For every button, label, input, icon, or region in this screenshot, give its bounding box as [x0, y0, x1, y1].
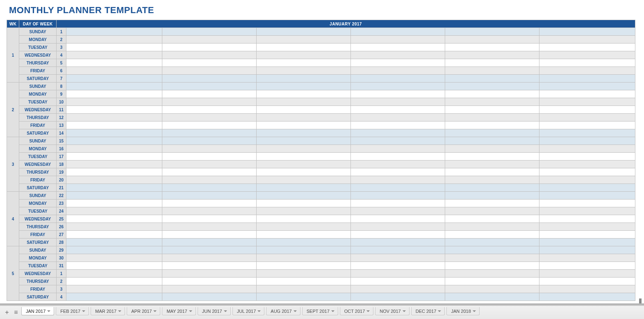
sheet-tab[interactable]: AUG 2017 — [266, 307, 300, 315]
planner-cell[interactable] — [539, 176, 635, 184]
planner-cell[interactable] — [445, 168, 539, 176]
planner-cell[interactable] — [66, 246, 162, 254]
planner-cell[interactable] — [66, 285, 162, 293]
planner-cell[interactable] — [539, 59, 635, 67]
planner-cell[interactable] — [66, 293, 162, 301]
chevron-down-icon[interactable] — [153, 310, 157, 312]
planner-cell[interactable] — [257, 200, 351, 207]
planner-cell[interactable] — [351, 184, 445, 192]
planner-cell[interactable] — [445, 129, 539, 137]
planner-cell[interactable] — [539, 239, 635, 246]
planner-cell[interactable] — [162, 192, 257, 200]
planner-cell[interactable] — [351, 200, 445, 207]
planner-cell[interactable] — [66, 270, 162, 278]
planner-cell[interactable] — [162, 215, 257, 223]
planner-cell[interactable] — [66, 44, 162, 51]
planner-cell[interactable] — [539, 114, 635, 122]
planner-cell[interactable] — [162, 83, 257, 90]
planner-cell[interactable] — [445, 285, 539, 293]
planner-cell[interactable] — [257, 231, 351, 239]
planner-cell[interactable] — [539, 246, 635, 254]
planner-cell[interactable] — [539, 129, 635, 137]
planner-cell[interactable] — [257, 67, 351, 75]
planner-cell[interactable] — [445, 293, 539, 301]
planner-cell[interactable] — [445, 83, 539, 90]
planner-cell[interactable] — [445, 239, 539, 246]
planner-cell[interactable] — [257, 278, 351, 285]
planner-cell[interactable] — [162, 278, 257, 285]
planner-cell[interactable] — [351, 239, 445, 246]
planner-cell[interactable] — [351, 168, 445, 176]
planner-cell[interactable] — [445, 223, 539, 231]
planner-cell[interactable] — [162, 51, 257, 59]
planner-cell[interactable] — [445, 28, 539, 36]
planner-cell[interactable] — [351, 90, 445, 98]
planner-cell[interactable] — [66, 75, 162, 83]
planner-cell[interactable] — [162, 98, 257, 106]
planner-cell[interactable] — [162, 223, 257, 231]
planner-cell[interactable] — [539, 293, 635, 301]
chevron-down-icon[interactable] — [47, 310, 50, 312]
planner-cell[interactable] — [162, 114, 257, 122]
planner-cell[interactable] — [445, 90, 539, 98]
planner-cell[interactable] — [539, 278, 635, 285]
planner-cell[interactable] — [351, 176, 445, 184]
chevron-down-icon[interactable] — [331, 310, 335, 312]
planner-cell[interactable] — [539, 262, 635, 270]
planner-cell[interactable] — [351, 106, 445, 114]
sheet-tab[interactable]: JAN 2018 — [446, 307, 479, 315]
planner-cell[interactable] — [66, 215, 162, 223]
planner-cell[interactable] — [351, 44, 445, 51]
planner-cell[interactable] — [351, 285, 445, 293]
planner-cell[interactable] — [162, 168, 257, 176]
chevron-down-icon[interactable] — [189, 310, 192, 312]
planner-cell[interactable] — [351, 254, 445, 262]
planner-cell[interactable] — [445, 106, 539, 114]
planner-cell[interactable] — [445, 207, 539, 215]
chevron-down-icon[interactable] — [257, 310, 261, 312]
planner-cell[interactable] — [351, 223, 445, 231]
chevron-down-icon[interactable] — [82, 310, 85, 312]
planner-cell[interactable] — [162, 145, 257, 153]
planner-cell[interactable] — [162, 254, 257, 262]
planner-cell[interactable] — [257, 246, 351, 254]
planner-cell[interactable] — [539, 137, 635, 145]
planner-cell[interactable] — [162, 207, 257, 215]
planner-cell[interactable] — [539, 36, 635, 44]
planner-cell[interactable] — [445, 145, 539, 153]
planner-cell[interactable] — [162, 67, 257, 75]
sheet-tab[interactable]: APR 2017 — [127, 307, 160, 315]
planner-cell[interactable] — [445, 270, 539, 278]
planner-cell[interactable] — [162, 90, 257, 98]
planner-cell[interactable] — [445, 200, 539, 207]
planner-cell[interactable] — [351, 145, 445, 153]
planner-cell[interactable] — [351, 278, 445, 285]
planner-cell[interactable] — [445, 262, 539, 270]
sheet-tab[interactable]: JUL 2017 — [232, 307, 265, 315]
planner-cell[interactable] — [257, 262, 351, 270]
planner-cell[interactable] — [351, 231, 445, 239]
planner-cell[interactable] — [66, 161, 162, 168]
sheet-tab[interactable]: DEC 2017 — [411, 307, 445, 315]
scrollbar-grip[interactable] — [639, 298, 642, 303]
planner-cell[interactable] — [162, 262, 257, 270]
planner-cell[interactable] — [257, 28, 351, 36]
planner-cell[interactable] — [445, 184, 539, 192]
planner-cell[interactable] — [257, 90, 351, 98]
planner-cell[interactable] — [539, 90, 635, 98]
planner-cell[interactable] — [66, 145, 162, 153]
planner-cell[interactable] — [445, 215, 539, 223]
planner-cell[interactable] — [539, 145, 635, 153]
planner-cell[interactable] — [445, 51, 539, 59]
planner-cell[interactable] — [539, 200, 635, 207]
planner-cell[interactable] — [351, 98, 445, 106]
planner-cell[interactable] — [539, 254, 635, 262]
planner-cell[interactable] — [162, 270, 257, 278]
planner-cell[interactable] — [257, 168, 351, 176]
planner-cell[interactable] — [66, 28, 162, 36]
planner-cell[interactable] — [66, 239, 162, 246]
planner-cell[interactable] — [162, 153, 257, 161]
planner-cell[interactable] — [66, 83, 162, 90]
planner-cell[interactable] — [257, 223, 351, 231]
planner-cell[interactable] — [351, 36, 445, 44]
